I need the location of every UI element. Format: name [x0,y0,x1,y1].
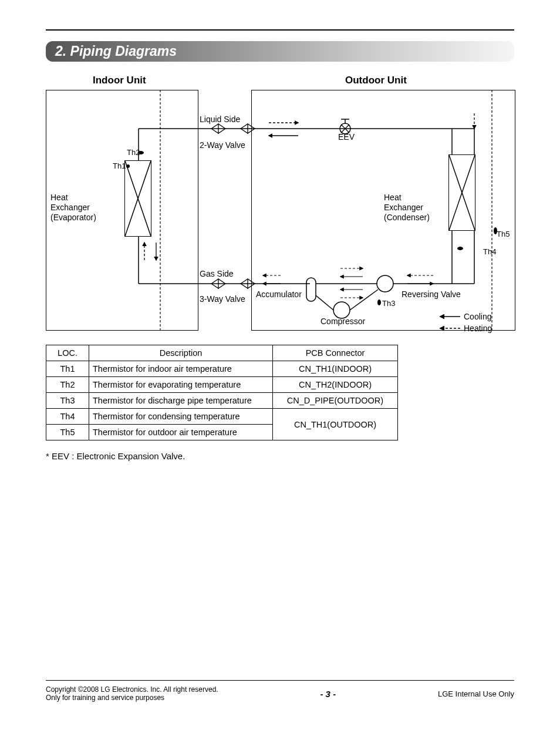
cell-loc: Th2 [46,377,89,393]
svg-point-34 [457,247,463,250]
svg-line-21 [350,290,378,310]
footer-right: LGE Internal Use Only [438,689,514,698]
piping-diagram: Indoor Unit Outdoor Unit Heat Exchanger … [46,78,515,331]
table-row: Th2 Thermistor for evaporating temperatu… [46,377,398,393]
cell-loc: Th5 [46,425,89,440]
section-title: 2. Piping Diagrams [46,41,514,62]
cell-pcb: CN_TH1(INDOOR) [273,361,398,377]
cell-desc: Thermistor for indoor air temperature [89,361,273,377]
piping-svg [46,78,515,337]
cell-loc: Th1 [46,361,89,377]
table-row: Th3 Thermistor for discharge pipe temper… [46,393,398,409]
table-row: Th1 Thermistor for indoor air temperatur… [46,361,398,377]
cell-pcb: CN_TH1(OUTDOOR) [273,409,398,440]
cell-pcb: CN_TH2(INDOOR) [273,377,398,393]
svg-point-31 [138,151,144,154]
svg-rect-17 [306,278,316,301]
th-loc: LOC. [46,345,89,361]
svg-point-20 [377,275,393,292]
th-pcb: PCB Connector [273,345,398,361]
table-row: Th4 Thermistor for condensing temperatur… [46,409,398,425]
page-footer: Copyright ©2008 LG Electronics. Inc. All… [46,680,514,702]
table-header-row: LOC. Description PCB Connector [46,345,398,361]
copyright-line-1: Copyright ©2008 LG Electronics. Inc. All… [46,685,218,694]
copyright-line-2: Only for training and service purposes [46,694,218,702]
page-number: - 3 - [320,689,336,699]
cell-desc: Thermistor for outdoor air temperature [89,425,273,440]
svg-point-35 [494,227,497,234]
cell-loc: Th3 [46,393,89,409]
cell-desc: Thermistor for evaporating temperature [89,377,273,393]
cell-pcb: CN_D_PIPE(OUTDOOR) [273,393,398,409]
cell-desc: Thermistor for discharge pipe temperatur… [89,393,273,409]
cell-loc: Th4 [46,409,89,425]
th-desc: Description [89,345,273,361]
cell-desc: Thermistor for condensing temperature [89,409,273,425]
svg-point-18 [333,302,350,318]
svg-line-19 [316,295,333,310]
svg-point-32 [126,164,130,168]
thermistor-table: LOC. Description PCB Connector Th1 Therm… [46,345,398,440]
footer-left: Copyright ©2008 LG Electronics. Inc. All… [46,685,218,702]
eev-note: * EEV : Electronic Expansion Valve. [46,451,514,461]
svg-point-33 [377,300,381,305]
